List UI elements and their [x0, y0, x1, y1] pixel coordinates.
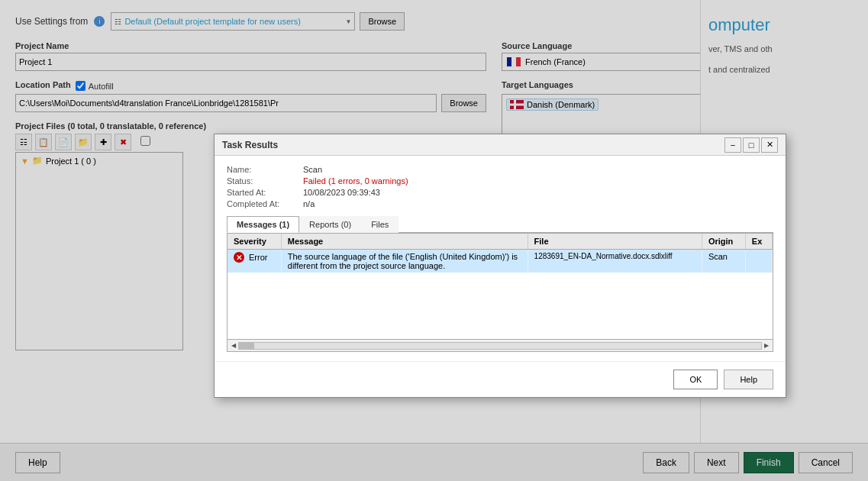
dialog-help-button[interactable]: Help	[724, 370, 773, 389]
scrollbar-thumb[interactable]	[239, 343, 254, 349]
dialog-tabs: Messages (1) Reports (0) Files	[227, 216, 773, 233]
completed-value: n/a	[303, 199, 773, 208]
dialog-titlebar: Task Results − □ ✕	[215, 134, 786, 156]
dialog-footer: OK Help	[215, 361, 786, 397]
cell-file: 1283691_EN-DA_Normative.docx.sdlxliff	[528, 250, 702, 273]
cell-origin: Scan	[702, 250, 745, 273]
messages-table: Severity Message File Origin Ex ✕ Error	[227, 234, 773, 273]
cell-extra	[745, 250, 772, 273]
col-severity: Severity	[227, 234, 281, 250]
tab-messages[interactable]: Messages (1)	[227, 216, 299, 233]
tab-reports[interactable]: Reports (0)	[299, 216, 361, 233]
cell-severity: ✕ Error	[227, 250, 281, 273]
horizontal-scrollbar[interactable]: ◀ ▶	[227, 340, 773, 352]
completed-label: Completed At:	[227, 199, 303, 208]
table-row: ✕ Error The source language of the file …	[227, 250, 773, 273]
started-value: 10/08/2023 09:39:43	[303, 188, 773, 197]
dialog-ok-button[interactable]: OK	[673, 370, 718, 389]
severity-text: Error	[249, 253, 267, 262]
severity-cell: ✕ Error	[234, 252, 275, 263]
dialog-minimize-button[interactable]: −	[724, 137, 741, 153]
name-value: Scan	[303, 165, 773, 174]
tab-files[interactable]: Files	[361, 216, 399, 233]
col-file: File	[528, 234, 702, 250]
messages-table-body: ✕ Error The source language of the file …	[227, 250, 773, 273]
col-extra: Ex	[745, 234, 772, 250]
error-icon: ✕	[234, 252, 244, 263]
dialog-maximize-button[interactable]: □	[743, 137, 760, 153]
col-message: Message	[281, 234, 528, 250]
dialog-title: Task Results	[222, 140, 724, 150]
scroll-right-arrow[interactable]: ▶	[762, 342, 771, 349]
name-label: Name:	[227, 165, 303, 174]
dialog-close-button[interactable]: ✕	[761, 137, 778, 153]
messages-table-header: Severity Message File Origin Ex	[227, 234, 773, 250]
col-origin: Origin	[702, 234, 745, 250]
dialog-controls: − □ ✕	[724, 137, 778, 153]
started-label: Started At:	[227, 188, 303, 197]
task-results-dialog: Task Results − □ ✕ Name: Scan Status: Fa…	[214, 134, 786, 398]
scroll-left-arrow[interactable]: ◀	[229, 342, 238, 349]
status-value: Failed (1 errors, 0 warnings)	[303, 176, 773, 186]
cell-message: The source language of the file ('Englis…	[281, 250, 528, 273]
messages-table-container: Severity Message File Origin Ex ✕ Error	[227, 233, 773, 340]
status-label: Status:	[227, 176, 303, 186]
dialog-body: Name: Scan Status: Failed (1 errors, 0 w…	[215, 156, 786, 361]
info-grid: Name: Scan Status: Failed (1 errors, 0 w…	[227, 165, 773, 208]
